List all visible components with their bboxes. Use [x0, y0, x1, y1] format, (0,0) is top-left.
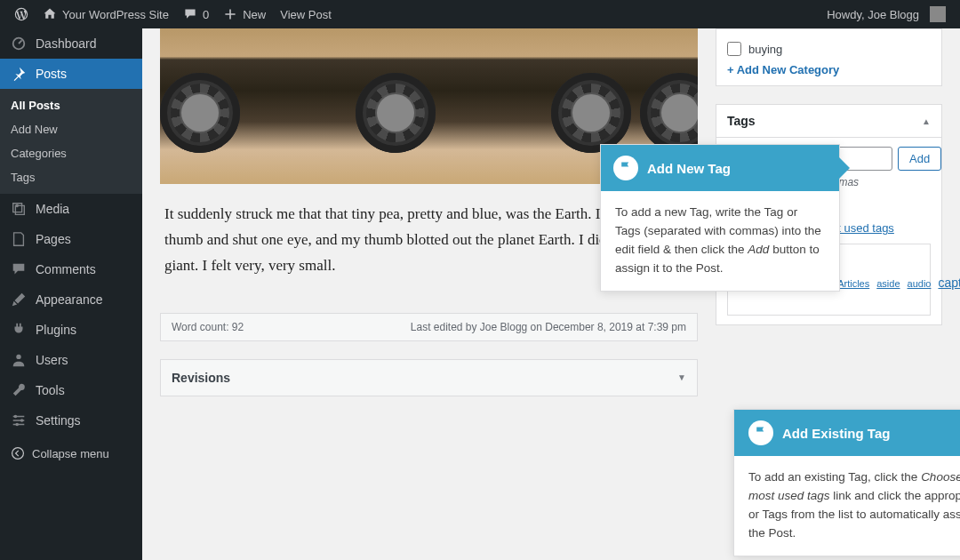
sliders-icon: [11, 412, 27, 428]
collapse-menu[interactable]: Collapse menu: [0, 439, 142, 468]
chevron-up-icon: ▲: [922, 116, 931, 126]
collapse-icon: [11, 446, 25, 460]
site-name-link[interactable]: Your WordPress Site: [36, 0, 176, 28]
menu-posts[interactable]: Posts: [0, 59, 142, 89]
editor-column: It suddenly struck me that that tiny pea…: [160, 28, 698, 560]
pin-icon: [11, 66, 27, 82]
tag-cloud-item[interactable]: Articles: [837, 278, 869, 289]
comment-icon: [183, 7, 197, 21]
menu-pages[interactable]: Pages: [0, 224, 142, 254]
add-category-link[interactable]: + Add New Category: [727, 63, 839, 76]
viewpost-link[interactable]: View Post: [273, 0, 339, 28]
wp-logo[interactable]: [7, 0, 36, 28]
dashboard-icon: [11, 36, 27, 52]
category-checkbox[interactable]: [727, 42, 741, 56]
callout-add-new-tag: Add New Tag To add a new Tag, write the …: [600, 144, 840, 292]
svg-point-3: [14, 415, 18, 419]
menu-plugins[interactable]: Plugins: [0, 315, 142, 345]
comments-link[interactable]: 0: [176, 0, 216, 28]
user-icon: [11, 352, 27, 368]
menu-appearance[interactable]: Appearance: [0, 284, 142, 315]
plus-icon: [223, 7, 237, 21]
admin-bar: Your WordPress Site 0 New View Post Howd…: [0, 0, 960, 28]
tags-panel-header[interactable]: Tags▲: [716, 105, 941, 138]
tag-cloud-item[interactable]: aside: [876, 278, 900, 289]
flag-icon: [613, 156, 638, 180]
new-link[interactable]: New: [216, 0, 273, 28]
chevron-down-icon: ▼: [677, 372, 686, 382]
word-count: Word count: 92: [172, 321, 244, 333]
last-edited: Last edited by Joe Blogg on December 8, …: [411, 321, 686, 333]
tag-cloud-item[interactable]: captions: [938, 276, 960, 290]
page-icon: [11, 231, 27, 247]
revisions-panel[interactable]: Revisions▼: [160, 359, 698, 396]
flag-icon: [748, 420, 773, 445]
menu-dashboard[interactable]: Dashboard: [0, 28, 142, 59]
svg-point-2: [16, 355, 20, 359]
avatar: [930, 6, 946, 22]
home-icon: [43, 7, 57, 21]
menu-settings[interactable]: Settings: [0, 405, 142, 436]
add-tag-button[interactable]: Add: [898, 147, 941, 171]
tag-cloud-item[interactable]: audio: [908, 278, 932, 289]
brush-icon: [11, 292, 27, 308]
wordpress-icon: [14, 7, 28, 21]
categories-panel: buying + Add New Category: [716, 28, 942, 86]
menu-users[interactable]: Users: [0, 345, 142, 375]
editor-status-bar: Word count: 92 Last edited by Joe Blogg …: [160, 313, 698, 341]
menu-tools[interactable]: Tools: [0, 375, 142, 405]
svg-point-4: [20, 419, 24, 422]
comments-icon: [11, 261, 27, 277]
svg-point-5: [15, 423, 19, 427]
media-icon: [11, 201, 27, 217]
menu-media[interactable]: Media: [0, 194, 142, 224]
plug-icon: [11, 322, 27, 338]
admin-menu: Dashboard Posts All Posts Add New Catego…: [0, 28, 142, 560]
menu-comments[interactable]: Comments: [0, 254, 142, 284]
category-item[interactable]: buying: [727, 38, 931, 60]
submenu-posts: All Posts Add New Categories Tags: [0, 89, 142, 194]
submenu-tags[interactable]: Tags: [0, 165, 142, 189]
submenu-addnew[interactable]: Add New: [0, 117, 142, 141]
submenu-categories[interactable]: Categories: [0, 141, 142, 165]
callout-add-existing-tag: Add Existing Tag To add an existing Tag,…: [733, 409, 960, 556]
svg-point-6: [12, 448, 24, 460]
wrench-icon: [11, 382, 27, 398]
account-link[interactable]: Howdy, Joe Blogg: [820, 0, 953, 28]
submenu-allposts[interactable]: All Posts: [0, 93, 142, 117]
